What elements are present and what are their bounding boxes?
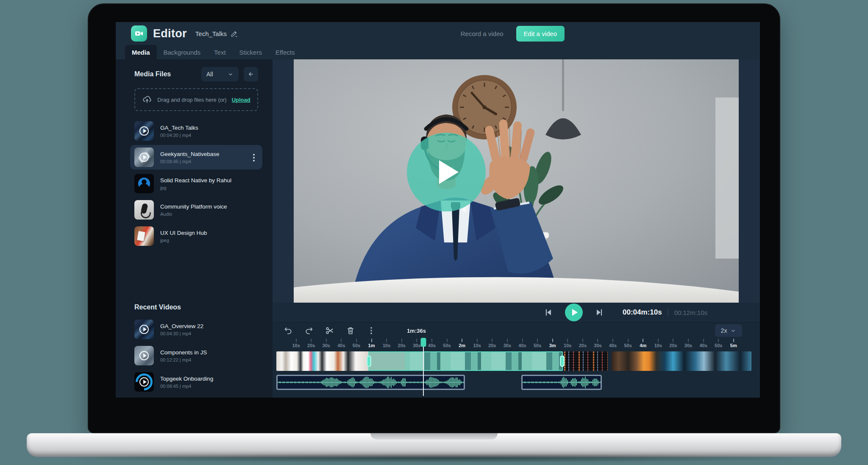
media-thumbnail: [134, 174, 154, 193]
media-meta: 00:08:45 | mp4: [160, 159, 220, 164]
media-sidebar: Media Files All Drag and drop files here…: [116, 59, 273, 398]
skip-forward-button[interactable]: [595, 308, 604, 317]
timeline-zoom-dropdown[interactable]: 2x: [715, 324, 742, 337]
play-overlay-button[interactable]: [407, 133, 486, 212]
media-title: UX UI Design Hub: [160, 230, 207, 236]
media-thumbnail: [134, 148, 154, 167]
play-icon: [139, 351, 149, 360]
ruler-cell: 10s: [281, 339, 296, 350]
media-meta: Audio: [160, 212, 227, 217]
trim-handle-left[interactable]: [367, 356, 371, 367]
recent-video-item[interactable]: GA_Overview 22 00:04:30 | mp4: [130, 317, 262, 342]
ruler-cell: 10s: [462, 339, 477, 350]
ruler-cell: 50s: [613, 339, 628, 350]
timeline-ruler[interactable]: 10s20s30s40s50s1m10s20s30s40s50s2m10s20s…: [281, 339, 734, 350]
current-time: 00:04m:10s: [623, 308, 662, 317]
arrow-left-icon: [247, 70, 255, 78]
media-meta: jpeg: [160, 238, 207, 243]
upload-link[interactable]: Upload: [232, 97, 250, 103]
ruler-cell: 3m: [537, 339, 553, 350]
time-separator: [668, 309, 668, 316]
media-title: Components in JS: [160, 349, 207, 356]
media-title: Community Platform voice: [160, 203, 227, 210]
upload-dropzone[interactable]: Drag and drop files here (or) Upload: [134, 88, 258, 111]
ruler-cell: 20s: [477, 339, 492, 350]
recent-video-item[interactable]: Topgeek Onboarding 00:08:45 | mp4: [130, 370, 262, 394]
app-header: Editor Tech_Talks Record a video Edit a …: [116, 22, 760, 45]
total-time: 00:12m:10s: [674, 309, 707, 316]
ruler-cell: 20s: [568, 339, 583, 350]
video-clip-3[interactable]: [564, 351, 608, 371]
cloud-upload-icon: [142, 95, 152, 105]
audio-track: [281, 375, 751, 390]
laptop-shadow: [59, 454, 809, 463]
ruler-cell: 30s: [311, 339, 326, 350]
media-item[interactable]: GA_Tech Talks 00:04:30 | mp4: [130, 119, 262, 143]
media-item[interactable]: Solid React Native by Rahul jpg: [130, 171, 262, 196]
video-clip-1[interactable]: [276, 351, 370, 371]
play-icon: [139, 377, 149, 387]
playhead-marker[interactable]: [421, 338, 426, 347]
more-options-kebab-button[interactable]: [367, 326, 376, 335]
tab-stickers[interactable]: Stickers: [233, 45, 269, 59]
video-frame: [294, 59, 739, 303]
play-icon: [139, 153, 149, 162]
playback-bar: 00:04m:10s 00:12m:10s: [273, 303, 760, 322]
tab-backgrounds[interactable]: Backgrounds: [157, 45, 208, 59]
media-title: GA_Tech Talks: [160, 125, 198, 131]
timeline-zoom-value: 2x: [721, 327, 727, 334]
ruler-cell: 40s: [326, 339, 342, 350]
media-meta: 00:04:30 | mp4: [160, 133, 198, 138]
ruler-cell: 20s: [387, 339, 402, 350]
video-still-image: [294, 59, 739, 303]
tab-bar: Media Backgrounds Text Stickers Effects: [116, 45, 760, 59]
delete-trash-button[interactable]: [346, 326, 355, 335]
media-files-title: Media Files: [134, 70, 171, 78]
ruler-cell: 10s: [553, 339, 568, 350]
cut-scissors-button[interactable]: [325, 326, 334, 335]
trim-handle-right[interactable]: [560, 356, 565, 367]
ruler-cell: 30s: [492, 339, 507, 350]
ruler-cell: 10s: [643, 339, 658, 350]
redo-button[interactable]: [304, 326, 314, 335]
ruler-cell: 50s: [341, 339, 356, 350]
play-icon: [139, 126, 149, 136]
collapse-sidebar-button[interactable]: [244, 67, 258, 81]
skip-back-button[interactable]: [544, 308, 553, 317]
edit-a-video-button[interactable]: Edit a video: [516, 26, 565, 42]
media-item-selected[interactable]: Geekyants_Nativebase 00:08:45 | mp4: [130, 145, 262, 170]
tab-effects[interactable]: Effects: [269, 45, 302, 59]
chevron-down-icon: [228, 71, 234, 77]
play-button[interactable]: [565, 304, 583, 321]
upload-hint-text: Drag and drop files here (or): [157, 97, 226, 103]
media-title: Solid React Native by Rahul: [160, 177, 231, 184]
ruler-cell: 5m: [718, 339, 734, 350]
undo-button[interactable]: [284, 326, 293, 335]
media-filter-dropdown[interactable]: All: [201, 67, 239, 81]
video-preview-panel: [273, 59, 760, 303]
audio-clip-2[interactable]: [521, 375, 602, 390]
audio-clip-1[interactable]: [276, 375, 465, 390]
app-logo: [131, 25, 147, 42]
media-meta: jpg: [160, 185, 231, 190]
video-clip-selected[interactable]: [368, 351, 562, 371]
playhead[interactable]: [423, 339, 424, 396]
edit-pencil-icon[interactable]: [230, 29, 239, 38]
tab-media[interactable]: Media: [125, 45, 157, 59]
media-title: Topgeek Onboarding: [160, 376, 213, 382]
item-options-kebab-icon[interactable]: [250, 153, 258, 161]
timeline-toolbar: 2x: [281, 323, 751, 339]
recent-video-item[interactable]: Components in JS 00:12:22 | mp4: [130, 343, 262, 368]
chevron-down-icon: [730, 328, 736, 334]
media-item[interactable]: UX UI Design Hub jpeg: [130, 224, 262, 248]
tab-text[interactable]: Text: [207, 45, 233, 59]
ruler-cell: 4m: [628, 339, 643, 350]
ruler-cell: 30s: [583, 339, 598, 350]
recent-videos-title: Recent Videos: [134, 304, 258, 311]
video-clip-4[interactable]: [612, 351, 751, 371]
media-thumbnail: [134, 372, 154, 392]
ruler-cell: 2m: [447, 339, 462, 350]
video-track: [281, 351, 751, 371]
record-a-video-link[interactable]: Record a video: [461, 30, 504, 37]
media-item[interactable]: Community Platform voice Audio: [130, 198, 262, 222]
